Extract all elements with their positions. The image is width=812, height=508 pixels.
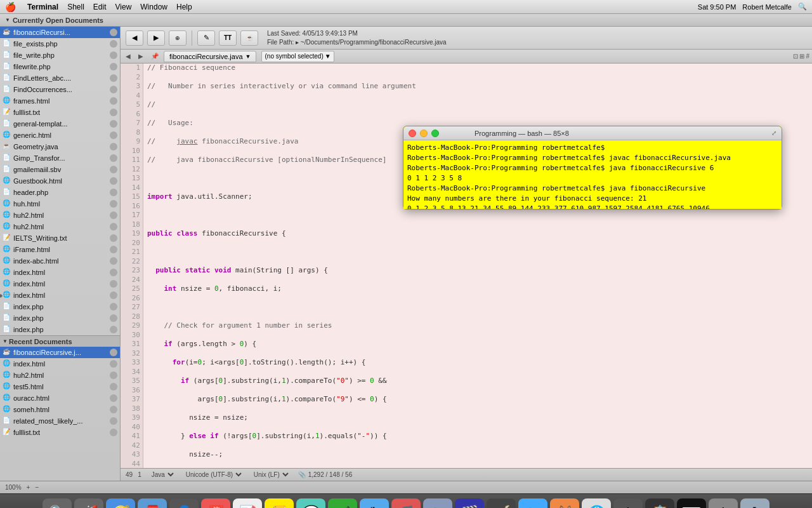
dock-iphoto[interactable]: 📷 [423,498,452,509]
dock-reminders[interactable]: 📝 [233,498,262,509]
add-btn[interactable]: + [25,484,32,491]
sidebar-item-iframe[interactable]: 🌐 iFrame.html [0,244,120,255]
close-file-btn[interactable] [110,29,117,36]
close-file-btn[interactable] [110,109,117,116]
dock-chrome[interactable]: 🌐 [582,498,611,509]
sidebar-item-header[interactable]: 📄 header.php [0,187,120,198]
dock-safari[interactable]: 🧭 [106,498,135,509]
dock-trash[interactable]: 🗑 [740,498,769,509]
close-file-btn[interactable] [110,86,117,93]
dock-terminal[interactable]: ⌨ [677,498,706,509]
sidebar-item-findoccurrences[interactable]: 📄 FindOccurrences... [0,84,120,95]
close-file-btn[interactable] [110,51,117,59]
sidebar-item-gimp[interactable]: 📄 Gimp_Transfor... [0,152,120,164]
menu-window[interactable]: Window [140,3,167,11]
close-file-btn[interactable] [110,246,117,253]
collapse-triangle[interactable]: ▼ [5,17,10,23]
symbol-selector[interactable]: (no symbol selected) ▼ [261,51,334,62]
sidebar-item-huh[interactable]: 🌐 huh.html [0,198,120,210]
toolbar-java-btn[interactable]: ☕ [240,30,258,46]
sidebar-item-fibonaccirecursive[interactable]: ☕ fibonacciRecursi... [0,27,120,38]
tab-nav-left[interactable]: ◀ [123,52,133,60]
tab-icon-1[interactable]: ⊡ [793,53,798,60]
apple-menu[interactable]: 🍎 [5,2,16,12]
menu-shell[interactable]: Shell [67,3,84,11]
dock-mail[interactable]: 📮 [138,498,167,509]
menu-edit[interactable]: Edit [93,3,107,11]
terminal-expand-btn[interactable]: ⤢ [771,130,776,137]
toolbar-prev-btn[interactable]: ◀ [126,30,143,46]
close-file-btn[interactable] [110,143,117,150]
code-editor[interactable]: // Fibonacci sequence // Number in serie… [143,64,812,468]
close-file-btn[interactable] [110,166,117,173]
status-lineending-item[interactable]: Unix (LF) [251,471,291,479]
tab-icon-2[interactable]: ⊞ [799,53,804,60]
sidebar-item-index-html-1[interactable]: 🌐 index.html [0,267,120,278]
terminal-close-btn[interactable] [409,130,416,137]
dock-notes[interactable]: 📒 [265,498,294,509]
encoding-selector[interactable]: Unicode (UTF-8) [183,471,244,479]
sidebar-item-ielts[interactable]: 📝 IELTS_Writing.txt [0,232,120,244]
menu-view[interactable]: View [115,3,132,11]
tab-icon-3[interactable]: # [806,53,809,60]
close-file-btn[interactable] [110,223,117,231]
sidebar-item-general-template[interactable]: 📄 general-templat... [0,118,120,130]
sidebar-item-huh2-1[interactable]: 🌐 huh2.html [0,210,120,221]
dock-appstore[interactable]: 🛍 [518,498,547,509]
sidebar-item-fulllist[interactable]: 📝 fulllist.txt [0,107,120,118]
close-file-btn[interactable] [110,97,117,105]
terminal-minimize-btn[interactable] [420,130,428,137]
file-tab-fibonacci[interactable]: fibonacciRecursive.java ▼ [164,51,256,62]
sidebar-item-geometry[interactable]: ☕ Geometry.java [0,141,120,152]
dock-firefox[interactable]: 🦊 [550,498,579,509]
dock-system-prefs[interactable]: ⚙ [709,498,738,509]
close-file-btn[interactable] [110,269,117,276]
recent-item-fibonacci[interactable]: ☕ fibonacciRecursive.j... [0,347,120,358]
close-recent-btn[interactable] [110,349,117,356]
close-recent-btn[interactable] [110,429,117,436]
dock-facetime[interactable]: 📹 [328,498,357,509]
close-file-btn[interactable] [110,177,117,185]
search-icon[interactable]: 🔍 [798,3,807,11]
dock-maps[interactable]: 🗺 [360,498,389,509]
dock-contacts[interactable]: 👤 [169,498,199,509]
sidebar-item-gmail[interactable]: 📄 gmailemaiil.sbv [0,164,120,175]
close-recent-btn[interactable] [110,383,117,391]
close-file-btn[interactable] [110,257,117,265]
close-recent-btn[interactable] [110,371,117,379]
close-recent-btn[interactable] [110,406,117,413]
sidebar-item-file-exists[interactable]: 📄 file_exists.php [0,38,120,50]
recent-item-fulllist[interactable]: 📝 fulllist.txt [0,427,120,438]
dock-imovie[interactable]: 🎬 [455,498,484,509]
close-file-btn[interactable] [110,211,117,219]
status-encoding-item[interactable]: Unicode (UTF-8) [183,471,244,479]
tab-pin-btn[interactable]: 📌 [148,52,161,60]
sidebar-item-huh2-2[interactable]: 🌐 huh2.html [0,221,120,232]
recent-item-related[interactable]: 📄 related_most_likely_... [0,415,120,427]
sidebar-item-generic[interactable]: 🌐 generic.html [0,130,120,141]
toolbar-bookmark-btn[interactable]: ⊕ [169,30,187,46]
recent-item-huh2[interactable]: 🌐 huh2.html [0,370,120,381]
toolbar-next-btn[interactable]: ▶ [147,30,165,46]
sidebar-item-index-html-3[interactable]: ◆ 🌐 index.html [0,290,120,301]
close-file-btn[interactable] [110,120,117,128]
close-file-btn[interactable] [110,74,117,82]
sidebar-item-file-write[interactable]: 📄 file_write.php [0,50,120,61]
dock-textmate[interactable]: 📋 [645,498,674,509]
close-file-btn[interactable] [110,234,117,242]
sidebar-item-guestbook[interactable]: 🌐 Guestbook.html [0,175,120,187]
close-file-btn[interactable] [110,131,117,139]
close-recent-btn[interactable] [110,417,117,425]
sidebar-item-index-php-1[interactable]: 📄 index.php [0,301,120,312]
close-file-btn[interactable] [110,314,117,322]
close-recent-btn[interactable] [110,360,117,368]
recent-item-ouracc[interactable]: 🌐 ouracc.html [0,392,120,404]
sidebar-item-index-html-2[interactable]: 🌐 index.html [0,278,120,290]
dock-messages[interactable]: 💬 [296,498,325,509]
dock-launchpad[interactable]: 🚀 [74,498,103,509]
sidebar-file-list[interactable]: ☕ fibonacciRecursi... 📄 file_exists.php … [0,27,120,481]
toolbar-edit-btn[interactable]: ✎ [197,30,215,46]
recent-item-test5[interactable]: 🌐 test5.html [0,381,120,392]
close-file-btn[interactable] [110,291,117,299]
close-file-btn[interactable] [110,200,117,208]
